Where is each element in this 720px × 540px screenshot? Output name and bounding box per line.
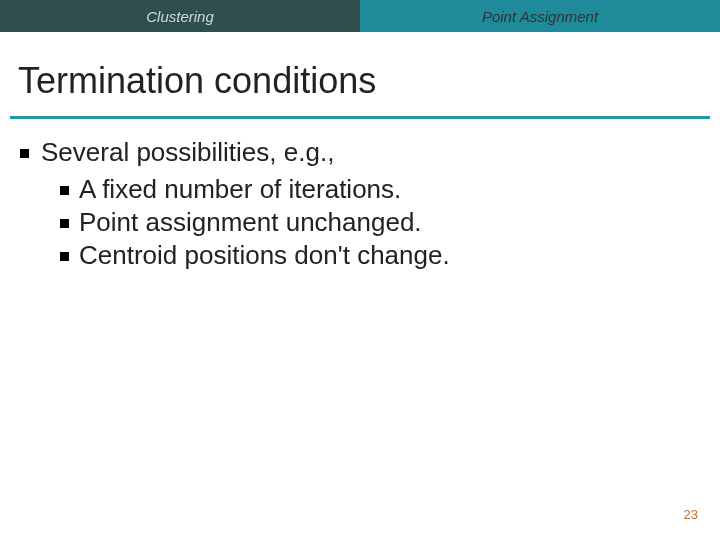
content-area: Several possibilities, e.g., A fixed num… <box>0 119 720 271</box>
bullet-item: Several possibilities, e.g., <box>20 137 700 168</box>
sub-bullet-item: A fixed number of iterations. <box>60 174 700 205</box>
sub-bullet-text: Centroid positions don't change. <box>79 240 450 271</box>
sub-bullet-item: Point assignment unchanged. <box>60 207 700 238</box>
tab-point-assignment: Point Assignment <box>360 0 720 32</box>
sub-list: A fixed number of iterations. Point assi… <box>20 174 700 271</box>
page-number: 23 <box>684 507 698 522</box>
title-section: Termination conditions <box>0 32 720 110</box>
tab-bar: Clustering Point Assignment <box>0 0 720 32</box>
sub-bullet-text: Point assignment unchanged. <box>79 207 422 238</box>
sub-bullet-text: A fixed number of iterations. <box>79 174 401 205</box>
square-bullet-icon <box>60 186 69 195</box>
slide-title: Termination conditions <box>18 60 702 102</box>
square-bullet-icon <box>60 252 69 261</box>
square-bullet-icon <box>60 219 69 228</box>
sub-bullet-item: Centroid positions don't change. <box>60 240 700 271</box>
square-bullet-icon <box>20 149 29 158</box>
bullet-text: Several possibilities, e.g., <box>41 137 334 168</box>
tab-clustering: Clustering <box>0 0 360 32</box>
